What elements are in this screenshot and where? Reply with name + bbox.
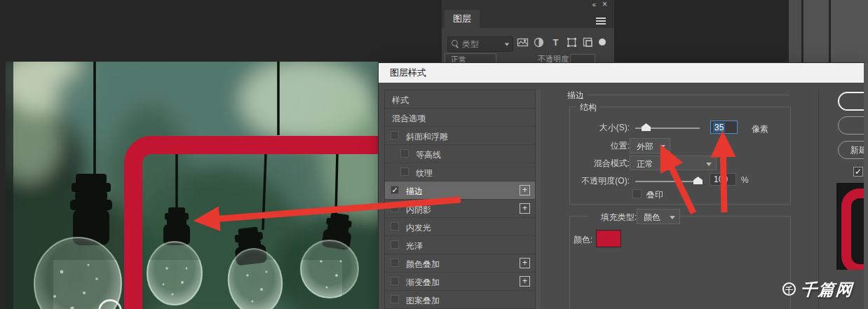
fill-type-dropdown[interactable]: 颜色 — [637, 209, 680, 224]
window-right-edge — [864, 63, 868, 309]
layer-blend-mode-value: 正常 — [451, 55, 466, 63]
styles-header-label: 样式 — [392, 95, 409, 107]
position-value: 外部 — [637, 141, 653, 153]
blend-mode-label: 混合模式: — [538, 158, 630, 170]
opacity-slider[interactable] — [635, 181, 700, 182]
add-gradient-overlay-icon[interactable]: + — [520, 276, 530, 287]
stroke-group-title: 描边 — [564, 90, 588, 102]
structure-group-title: 结构 — [576, 102, 600, 114]
style-item-texture[interactable]: 纹理 — [385, 163, 535, 181]
add-inner-shadow-icon[interactable]: + — [520, 203, 530, 214]
checkbox-checked[interactable]: ✓ — [391, 186, 399, 194]
opacity-input[interactable]: 100 — [710, 173, 736, 186]
overprint-checkbox[interactable] — [632, 189, 642, 198]
watermark-text: 千篇网 — [800, 279, 854, 301]
style-item-stroke[interactable]: ✓ 描边 + — [385, 181, 535, 200]
close-panel-icon[interactable]: × — [602, 0, 607, 9]
filter-shape-layers-icon[interactable] — [566, 36, 578, 48]
size-label: 大小(S): — [547, 122, 630, 134]
dock-stripe — [803, 0, 829, 63]
layer-blend-mode-dropdown[interactable]: 正常 — [445, 53, 496, 63]
checkbox[interactable] — [400, 167, 409, 176]
watermark-logo-icon: 千 — [782, 282, 796, 296]
chevron-down-icon — [706, 163, 712, 166]
size-unit-label: 像素 — [752, 123, 768, 135]
style-item-pattern-overlay[interactable]: 图案叠加 — [385, 291, 535, 309]
dock-stripe — [789, 0, 801, 63]
chevron-down-icon — [505, 43, 509, 46]
filter-smart-object-icon[interactable] — [582, 36, 594, 48]
dock-stripe — [831, 0, 868, 63]
checkbox[interactable] — [391, 131, 399, 139]
filter-text-layers-icon[interactable]: T — [550, 36, 562, 48]
preview-checkbox[interactable]: ✓ — [853, 167, 863, 177]
layer-opacity-label: 不透明度 — [538, 54, 569, 63]
size-value: 35 — [713, 123, 725, 132]
position-dropdown[interactable]: 外部 — [630, 138, 670, 153]
opacity-label: 不透明度(O): — [538, 175, 630, 187]
checkbox[interactable] — [391, 259, 399, 267]
size-input[interactable]: 35 — [710, 121, 738, 134]
layers-panel: « × 图层 类型 T 正常 — [442, 0, 614, 63]
styles-list-header: 样式 — [385, 90, 535, 109]
chevron-down-icon — [660, 145, 665, 149]
fill-type-label: 填充类型: — [588, 212, 640, 224]
layer-style-dialog: 图层样式 样式 混合选项 斜面和浮雕 等高线 纹理 ✓ 描边 + 内阴影 + — [379, 63, 864, 309]
photoshop-workspace: { "icons": { "check": "✓", "plus": "+", … — [0, 0, 868, 309]
stroke-group-rule — [586, 95, 789, 95]
styles-list: 样式 混合选项 斜面和浮雕 等高线 纹理 ✓ 描边 + 内阴影 + 内 — [384, 90, 536, 309]
search-icon — [452, 40, 458, 46]
dialog-title[interactable]: 图层样式 — [379, 63, 864, 83]
panel-menu-icon[interactable] — [596, 18, 606, 19]
new-style-button[interactable]: 新建样 — [838, 141, 864, 159]
fill-type-value: 颜色 — [644, 212, 660, 224]
panel-tabstrip: 图层 — [442, 10, 614, 28]
add-stroke-icon[interactable]: + — [520, 185, 530, 195]
dialog-vertical-separator — [818, 90, 819, 309]
color-label: 颜色: — [574, 234, 592, 246]
preview-stroke-ring — [841, 188, 864, 270]
overprint-label: 叠印 — [646, 189, 663, 201]
style-item-inner-shadow[interactable]: 内阴影 + — [385, 200, 535, 218]
photo-canvas[interactable] — [6, 62, 379, 309]
filter-pixel-layers-icon[interactable] — [517, 36, 529, 48]
ok-button[interactable] — [838, 92, 864, 111]
blend-mode-dropdown[interactable]: 正常 — [630, 156, 717, 170]
checkbox[interactable] — [391, 204, 399, 212]
position-label: 位置: — [547, 140, 630, 152]
chevron-down-icon — [670, 216, 675, 219]
style-item-gradient-overlay[interactable]: 渐变叠加 + — [385, 273, 535, 291]
checkbox[interactable] — [391, 295, 399, 303]
cancel-button[interactable] — [838, 116, 864, 135]
photo-left-edge — [6, 62, 13, 309]
checkbox[interactable] — [391, 277, 399, 285]
style-item-bevel-emboss[interactable]: 斜面和浮雕 — [385, 127, 535, 145]
collapse-panel-icon[interactable]: « — [592, 1, 596, 9]
blend-mode-value: 正常 — [637, 158, 653, 170]
style-item-blending-options[interactable]: 混合选项 — [385, 109, 535, 127]
opacity-unit-label: % — [741, 175, 749, 185]
checkbox[interactable] — [391, 240, 399, 249]
filter-adjustment-layers-icon[interactable] — [533, 36, 545, 48]
panel-topbar: « × — [442, 0, 614, 10]
tab-layers[interactable]: 图层 — [445, 10, 480, 28]
styles-list-scrollbar[interactable] — [536, 90, 541, 309]
style-item-inner-glow[interactable]: 内发光 — [385, 218, 535, 236]
style-preview-thumbnail — [836, 183, 864, 270]
layer-opacity-field[interactable] — [570, 54, 595, 63]
checkbox[interactable] — [391, 222, 399, 231]
stroke-color-swatch[interactable] — [596, 230, 621, 247]
style-item-color-overlay[interactable]: 颜色叠加 + — [385, 254, 535, 273]
style-item-contour[interactable]: 等高线 — [385, 145, 535, 163]
filter-toggle-icon[interactable] — [599, 39, 606, 46]
layers-panel-partial-row: 正常 不透明度 — [442, 53, 614, 63]
add-color-overlay-icon[interactable]: + — [520, 258, 530, 268]
layer-filter-dropdown[interactable]: 类型 — [447, 36, 513, 52]
panel-dock-edge — [771, 0, 868, 63]
checkbox[interactable] — [400, 149, 409, 158]
filter-type-label: 类型 — [462, 39, 479, 50]
style-item-satin[interactable]: 光泽 — [385, 236, 535, 254]
